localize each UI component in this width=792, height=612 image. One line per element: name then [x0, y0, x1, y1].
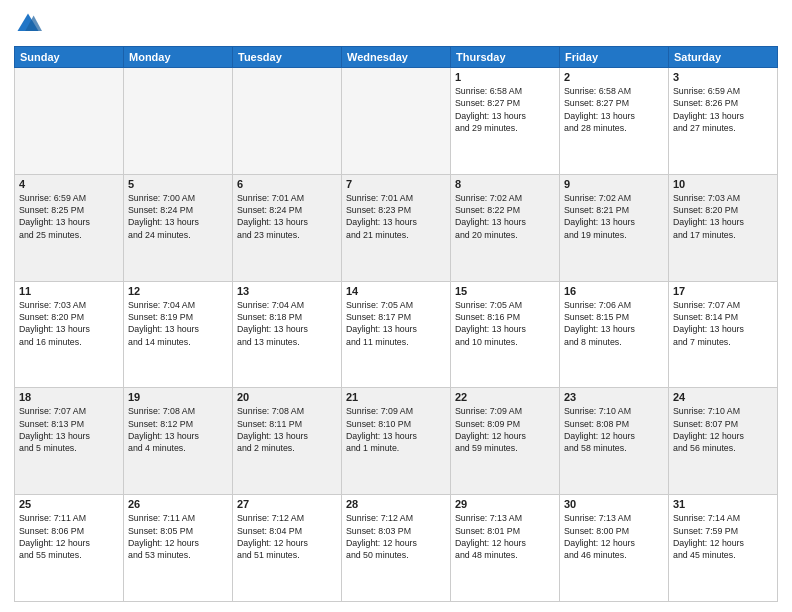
day-number: 6: [237, 178, 337, 190]
day-header-thursday: Thursday: [451, 47, 560, 68]
day-header-monday: Monday: [124, 47, 233, 68]
day-cell: 12Sunrise: 7:04 AM Sunset: 8:19 PM Dayli…: [124, 281, 233, 388]
day-number: 24: [673, 391, 773, 403]
day-header-tuesday: Tuesday: [233, 47, 342, 68]
day-info: Sunrise: 7:06 AM Sunset: 8:15 PM Dayligh…: [564, 299, 664, 348]
day-info: Sunrise: 6:59 AM Sunset: 8:26 PM Dayligh…: [673, 85, 773, 134]
week-row-3: 11Sunrise: 7:03 AM Sunset: 8:20 PM Dayli…: [15, 281, 778, 388]
day-info: Sunrise: 7:10 AM Sunset: 8:07 PM Dayligh…: [673, 405, 773, 454]
day-cell: 10Sunrise: 7:03 AM Sunset: 8:20 PM Dayli…: [669, 174, 778, 281]
logo: [14, 10, 46, 38]
day-cell: 21Sunrise: 7:09 AM Sunset: 8:10 PM Dayli…: [342, 388, 451, 495]
day-info: Sunrise: 7:13 AM Sunset: 8:01 PM Dayligh…: [455, 512, 555, 561]
day-number: 19: [128, 391, 228, 403]
day-cell: 7Sunrise: 7:01 AM Sunset: 8:23 PM Daylig…: [342, 174, 451, 281]
day-number: 21: [346, 391, 446, 403]
day-cell: 26Sunrise: 7:11 AM Sunset: 8:05 PM Dayli…: [124, 495, 233, 602]
day-number: 28: [346, 498, 446, 510]
day-cell: 24Sunrise: 7:10 AM Sunset: 8:07 PM Dayli…: [669, 388, 778, 495]
day-number: 8: [455, 178, 555, 190]
day-number: 4: [19, 178, 119, 190]
day-number: 12: [128, 285, 228, 297]
day-number: 10: [673, 178, 773, 190]
day-info: Sunrise: 7:02 AM Sunset: 8:22 PM Dayligh…: [455, 192, 555, 241]
day-cell: [15, 68, 124, 175]
logo-icon: [14, 10, 42, 38]
day-cell: 18Sunrise: 7:07 AM Sunset: 8:13 PM Dayli…: [15, 388, 124, 495]
day-header-wednesday: Wednesday: [342, 47, 451, 68]
day-cell: 29Sunrise: 7:13 AM Sunset: 8:01 PM Dayli…: [451, 495, 560, 602]
day-info: Sunrise: 7:03 AM Sunset: 8:20 PM Dayligh…: [19, 299, 119, 348]
day-info: Sunrise: 7:09 AM Sunset: 8:10 PM Dayligh…: [346, 405, 446, 454]
day-number: 2: [564, 71, 664, 83]
day-cell: 27Sunrise: 7:12 AM Sunset: 8:04 PM Dayli…: [233, 495, 342, 602]
day-info: Sunrise: 7:01 AM Sunset: 8:23 PM Dayligh…: [346, 192, 446, 241]
day-number: 14: [346, 285, 446, 297]
day-number: 30: [564, 498, 664, 510]
day-cell: 23Sunrise: 7:10 AM Sunset: 8:08 PM Dayli…: [560, 388, 669, 495]
header: [14, 10, 778, 38]
day-info: Sunrise: 7:07 AM Sunset: 8:13 PM Dayligh…: [19, 405, 119, 454]
day-cell: 2Sunrise: 6:58 AM Sunset: 8:27 PM Daylig…: [560, 68, 669, 175]
day-cell: 9Sunrise: 7:02 AM Sunset: 8:21 PM Daylig…: [560, 174, 669, 281]
day-number: 25: [19, 498, 119, 510]
header-row: SundayMondayTuesdayWednesdayThursdayFrid…: [15, 47, 778, 68]
day-info: Sunrise: 7:12 AM Sunset: 8:03 PM Dayligh…: [346, 512, 446, 561]
day-cell: 22Sunrise: 7:09 AM Sunset: 8:09 PM Dayli…: [451, 388, 560, 495]
day-cell: 19Sunrise: 7:08 AM Sunset: 8:12 PM Dayli…: [124, 388, 233, 495]
day-number: 16: [564, 285, 664, 297]
day-info: Sunrise: 7:14 AM Sunset: 7:59 PM Dayligh…: [673, 512, 773, 561]
day-info: Sunrise: 7:11 AM Sunset: 8:05 PM Dayligh…: [128, 512, 228, 561]
day-info: Sunrise: 7:12 AM Sunset: 8:04 PM Dayligh…: [237, 512, 337, 561]
day-info: Sunrise: 7:02 AM Sunset: 8:21 PM Dayligh…: [564, 192, 664, 241]
day-header-sunday: Sunday: [15, 47, 124, 68]
day-number: 9: [564, 178, 664, 190]
day-info: Sunrise: 7:04 AM Sunset: 8:18 PM Dayligh…: [237, 299, 337, 348]
calendar: SundayMondayTuesdayWednesdayThursdayFrid…: [14, 46, 778, 602]
day-cell: [124, 68, 233, 175]
day-cell: 5Sunrise: 7:00 AM Sunset: 8:24 PM Daylig…: [124, 174, 233, 281]
week-row-4: 18Sunrise: 7:07 AM Sunset: 8:13 PM Dayli…: [15, 388, 778, 495]
day-info: Sunrise: 7:08 AM Sunset: 8:12 PM Dayligh…: [128, 405, 228, 454]
day-cell: 25Sunrise: 7:11 AM Sunset: 8:06 PM Dayli…: [15, 495, 124, 602]
day-cell: 20Sunrise: 7:08 AM Sunset: 8:11 PM Dayli…: [233, 388, 342, 495]
day-number: 5: [128, 178, 228, 190]
week-row-1: 1Sunrise: 6:58 AM Sunset: 8:27 PM Daylig…: [15, 68, 778, 175]
day-cell: 1Sunrise: 6:58 AM Sunset: 8:27 PM Daylig…: [451, 68, 560, 175]
day-header-friday: Friday: [560, 47, 669, 68]
day-info: Sunrise: 7:04 AM Sunset: 8:19 PM Dayligh…: [128, 299, 228, 348]
day-info: Sunrise: 6:58 AM Sunset: 8:27 PM Dayligh…: [564, 85, 664, 134]
day-number: 11: [19, 285, 119, 297]
day-header-saturday: Saturday: [669, 47, 778, 68]
day-number: 18: [19, 391, 119, 403]
day-cell: 31Sunrise: 7:14 AM Sunset: 7:59 PM Dayli…: [669, 495, 778, 602]
day-number: 20: [237, 391, 337, 403]
day-info: Sunrise: 7:03 AM Sunset: 8:20 PM Dayligh…: [673, 192, 773, 241]
day-cell: 14Sunrise: 7:05 AM Sunset: 8:17 PM Dayli…: [342, 281, 451, 388]
day-info: Sunrise: 7:05 AM Sunset: 8:16 PM Dayligh…: [455, 299, 555, 348]
day-number: 22: [455, 391, 555, 403]
day-info: Sunrise: 7:13 AM Sunset: 8:00 PM Dayligh…: [564, 512, 664, 561]
day-cell: 6Sunrise: 7:01 AM Sunset: 8:24 PM Daylig…: [233, 174, 342, 281]
day-number: 29: [455, 498, 555, 510]
day-cell: 16Sunrise: 7:06 AM Sunset: 8:15 PM Dayli…: [560, 281, 669, 388]
day-cell: 4Sunrise: 6:59 AM Sunset: 8:25 PM Daylig…: [15, 174, 124, 281]
day-number: 17: [673, 285, 773, 297]
page: SundayMondayTuesdayWednesdayThursdayFrid…: [0, 0, 792, 612]
day-cell: 11Sunrise: 7:03 AM Sunset: 8:20 PM Dayli…: [15, 281, 124, 388]
day-info: Sunrise: 7:00 AM Sunset: 8:24 PM Dayligh…: [128, 192, 228, 241]
day-number: 15: [455, 285, 555, 297]
day-info: Sunrise: 7:10 AM Sunset: 8:08 PM Dayligh…: [564, 405, 664, 454]
day-info: Sunrise: 7:05 AM Sunset: 8:17 PM Dayligh…: [346, 299, 446, 348]
day-number: 26: [128, 498, 228, 510]
day-number: 31: [673, 498, 773, 510]
day-cell: 17Sunrise: 7:07 AM Sunset: 8:14 PM Dayli…: [669, 281, 778, 388]
day-cell: 30Sunrise: 7:13 AM Sunset: 8:00 PM Dayli…: [560, 495, 669, 602]
day-info: Sunrise: 7:09 AM Sunset: 8:09 PM Dayligh…: [455, 405, 555, 454]
day-cell: 15Sunrise: 7:05 AM Sunset: 8:16 PM Dayli…: [451, 281, 560, 388]
day-number: 23: [564, 391, 664, 403]
day-info: Sunrise: 7:08 AM Sunset: 8:11 PM Dayligh…: [237, 405, 337, 454]
day-info: Sunrise: 7:11 AM Sunset: 8:06 PM Dayligh…: [19, 512, 119, 561]
day-cell: 28Sunrise: 7:12 AM Sunset: 8:03 PM Dayli…: [342, 495, 451, 602]
day-number: 7: [346, 178, 446, 190]
